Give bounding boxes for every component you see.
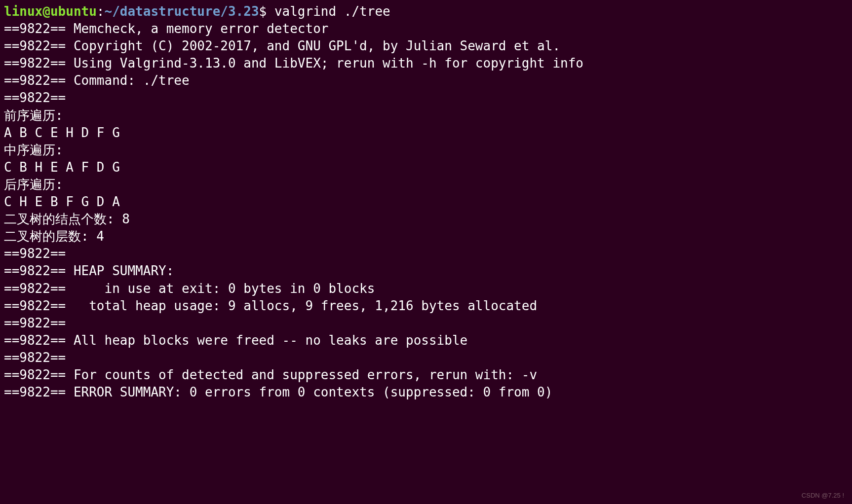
watermark: CSDN @7.25 ! (802, 491, 844, 500)
output-line: 后序遍历: (4, 176, 848, 193)
output-line: 二叉树的结点个数: 8 (4, 211, 848, 228)
output-line: ==9822== in use at exit: 0 bytes in 0 bl… (4, 280, 848, 297)
output-line: ==9822== ERROR SUMMARY: 0 errors from 0 … (4, 384, 848, 401)
output-line: ==9822== (4, 89, 848, 107)
output-line: ==9822== All heap blocks were freed -- n… (4, 332, 848, 349)
command-text: valgrind ./tree (274, 4, 390, 19)
prompt-colon: : (97, 4, 105, 19)
output-line: ==9822== Command: ./tree (4, 72, 848, 89)
output-line: ==9822== Using Valgrind-3.13.0 and LibVE… (4, 55, 848, 72)
prompt-path: ~/datastructure/3.23 (105, 4, 259, 19)
output-line: ==9822== total heap usage: 9 allocs, 9 f… (4, 297, 848, 315)
output-line: C H E B F G D A (4, 193, 848, 211)
output-line: 中序遍历: (4, 142, 848, 159)
output-line: A B C E H D F G (4, 124, 848, 142)
output-line: ==9822== (4, 315, 848, 332)
output-line: C B H E A F D G (4, 159, 848, 176)
output-line: ==9822== Memcheck, a memory error detect… (4, 20, 848, 37)
prompt-user: linux@ubuntu (4, 4, 97, 19)
terminal-screen[interactable]: linux@ubuntu:~/datastructure/3.23$ valgr… (4, 3, 848, 401)
output-line: ==9822== (4, 349, 848, 366)
output-line: 二叉树的层数: 4 (4, 228, 848, 245)
prompt-line: linux@ubuntu:~/datastructure/3.23$ valgr… (4, 3, 848, 20)
prompt-dollar: $ (259, 4, 274, 19)
output-line: ==9822== HEAP SUMMARY: (4, 262, 848, 280)
output-line: ==9822== (4, 245, 848, 262)
output-line: ==9822== For counts of detected and supp… (4, 366, 848, 384)
output-line: ==9822== Copyright (C) 2002-2017, and GN… (4, 37, 848, 55)
output-line: 前序遍历: (4, 107, 848, 124)
